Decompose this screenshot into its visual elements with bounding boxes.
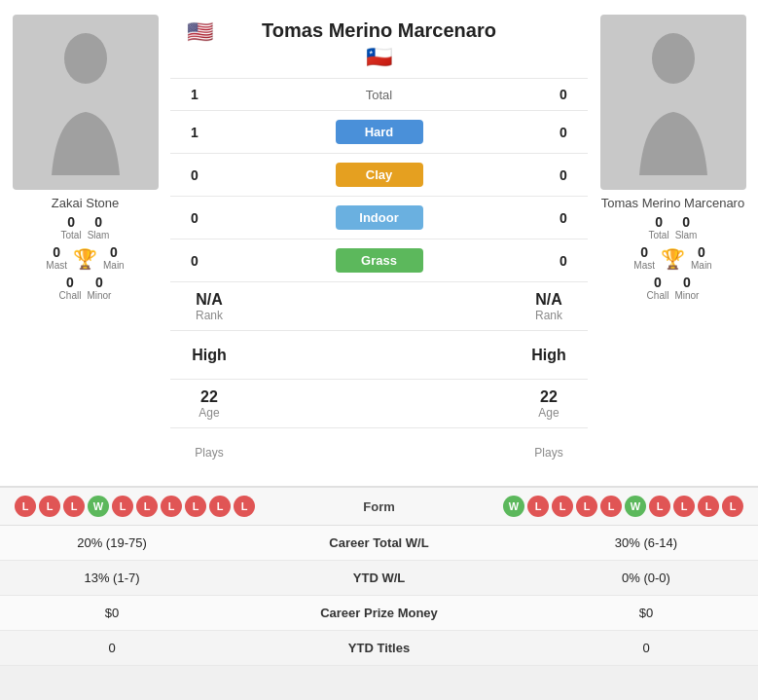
form-badge-l: L bbox=[161, 496, 182, 517]
left-avatar-silhouette bbox=[42, 29, 129, 175]
right-minor-stat: 0 Minor bbox=[674, 275, 699, 301]
total-row: 1 Total 0 bbox=[170, 78, 588, 110]
form-badge-w: W bbox=[625, 496, 646, 517]
left-total-stat: 0 Total bbox=[61, 214, 82, 240]
age-section: 22 Age 22 Age bbox=[170, 379, 588, 427]
ytd-wl-label: YTD W/L bbox=[209, 571, 549, 585]
right-chall-stat: 0 Chall bbox=[647, 275, 669, 301]
form-badge-w: W bbox=[88, 496, 109, 517]
left-rank-block: N/A Rank bbox=[180, 291, 238, 322]
indoor-button[interactable]: Indoor bbox=[336, 205, 423, 230]
right-total-stat: 0 Total bbox=[649, 214, 669, 240]
right-mast-stat: 0 Mast bbox=[633, 244, 655, 271]
hard-left-value: 1 bbox=[180, 125, 209, 140]
right-player-avatar bbox=[600, 15, 746, 190]
right-high-block: High bbox=[520, 347, 578, 364]
form-label: Form bbox=[363, 499, 395, 514]
grass-row: 0 Grass 0 bbox=[170, 239, 588, 281]
form-badge-l: L bbox=[136, 496, 158, 517]
ytd-wl-row: 13% (1-7) YTD W/L 0% (0-0) bbox=[0, 561, 758, 596]
prize-label: Career Prize Money bbox=[209, 606, 549, 620]
hard-right-value: 0 bbox=[549, 125, 578, 140]
right-flag: 🇨🇱 bbox=[366, 45, 392, 70]
indoor-row: 0 Indoor 0 bbox=[170, 196, 588, 239]
form-badge-w: W bbox=[503, 496, 524, 517]
form-badge-l: L bbox=[722, 496, 743, 517]
form-badge-l: L bbox=[39, 496, 60, 517]
left-rank-label: Rank bbox=[196, 309, 223, 322]
right-main-stat: 0 Main bbox=[691, 244, 712, 271]
left-career-wl: 20% (19-75) bbox=[15, 535, 209, 550]
left-flag: 🇺🇸 bbox=[187, 19, 213, 45]
form-badge-l: L bbox=[185, 496, 206, 517]
left-ytd-wl: 13% (1-7) bbox=[15, 571, 209, 585]
right-stats-row3: 0 Chall 0 Minor bbox=[647, 275, 700, 301]
right-rank-label: Rank bbox=[535, 309, 562, 322]
plays-section: Plays Plays bbox=[170, 427, 588, 476]
indoor-center: Indoor bbox=[209, 205, 549, 230]
right-ytd-titles: 0 bbox=[549, 641, 743, 655]
right-ytd-wl: 0% (0-0) bbox=[549, 571, 743, 585]
right-age-value: 22 bbox=[540, 388, 558, 406]
middle-panel: 🇺🇸 Tomas Merino Marcenaro 🇨🇱 1 Total 0 bbox=[170, 15, 588, 476]
left-minor-stat: 0 Minor bbox=[87, 275, 111, 301]
right-career-wl: 30% (6-14) bbox=[549, 535, 743, 550]
left-chall-stat: 0 Chall bbox=[59, 275, 82, 301]
right-player-name-label: Tomas Merino Marcenaro bbox=[601, 196, 744, 210]
form-badge-l: L bbox=[698, 496, 719, 517]
form-section: LLLWLLLLLL Form WLLLLWLLLL bbox=[0, 486, 758, 525]
left-plays-label: Plays bbox=[195, 446, 223, 460]
right-rank-value: N/A bbox=[535, 291, 562, 309]
prize-row: $0 Career Prize Money $0 bbox=[0, 596, 758, 631]
form-badge-l: L bbox=[234, 496, 255, 517]
left-form-badges: LLLWLLLLLL bbox=[15, 496, 255, 517]
left-mast-stat: 0 Mast bbox=[46, 244, 67, 271]
left-rank-value: N/A bbox=[196, 291, 223, 309]
left-ytd-titles: 0 bbox=[15, 641, 209, 655]
hard-row: 1 Hard 0 bbox=[170, 110, 588, 153]
right-stats-row2: 0 Mast 🏆 0 Main bbox=[633, 244, 711, 271]
form-badge-l: L bbox=[576, 496, 597, 517]
ytd-titles-label: YTD Titles bbox=[209, 641, 549, 655]
left-slam-stat: 0 Slam bbox=[88, 214, 110, 240]
stats-table: 20% (19-75) Career Total W/L 30% (6-14) … bbox=[0, 525, 758, 666]
right-trophy-icon: 🏆 bbox=[661, 247, 685, 271]
right-age-block: 22 Age bbox=[520, 388, 578, 420]
indoor-left-value: 0 bbox=[180, 210, 209, 226]
high-section: High High bbox=[170, 330, 588, 379]
left-age-block: 22 Age bbox=[180, 388, 238, 420]
right-total-value: 0 bbox=[549, 87, 578, 102]
right-stats-row1: 0 Total 0 Slam bbox=[649, 214, 698, 240]
left-high-value: High bbox=[192, 347, 227, 364]
form-badge-l: L bbox=[527, 496, 549, 517]
right-form-badges: WLLLLWLLLL bbox=[503, 496, 743, 517]
hard-button[interactable]: Hard bbox=[336, 120, 423, 144]
left-player-avatar bbox=[13, 15, 159, 190]
svg-point-1 bbox=[652, 33, 695, 84]
left-prize: $0 bbox=[15, 606, 209, 620]
form-badge-l: L bbox=[112, 496, 133, 517]
clay-button[interactable]: Clay bbox=[336, 163, 423, 187]
grass-button[interactable]: Grass bbox=[336, 248, 423, 273]
left-stats-row3: 0 Chall 0 Minor bbox=[59, 275, 112, 301]
career-wl-label: Career Total W/L bbox=[209, 535, 549, 550]
form-badge-l: L bbox=[15, 496, 36, 517]
left-age-label: Age bbox=[199, 406, 219, 420]
right-plays-label: Plays bbox=[534, 446, 562, 460]
right-age-label: Age bbox=[538, 406, 559, 420]
right-player-card: Tomas Merino Marcenaro 0 Total 0 Slam 0 … bbox=[588, 15, 758, 476]
clay-center: Clay bbox=[209, 163, 549, 187]
left-player-name: Zakai Stone bbox=[52, 196, 119, 210]
grass-left-value: 0 bbox=[180, 253, 209, 269]
career-wl-row: 20% (19-75) Career Total W/L 30% (6-14) bbox=[0, 526, 758, 561]
rank-section: N/A Rank N/A Rank bbox=[170, 281, 588, 330]
right-plays-block: Plays bbox=[520, 446, 578, 460]
left-main-stat: 0 Main bbox=[103, 244, 125, 271]
grass-center: Grass bbox=[209, 248, 549, 273]
right-flag-row: 🇨🇱 bbox=[229, 45, 529, 70]
clay-right-value: 0 bbox=[549, 167, 578, 183]
right-avatar-silhouette bbox=[630, 29, 717, 175]
total-label: Total bbox=[209, 88, 549, 102]
left-high-block: High bbox=[180, 347, 238, 364]
grass-right-value: 0 bbox=[549, 253, 578, 269]
